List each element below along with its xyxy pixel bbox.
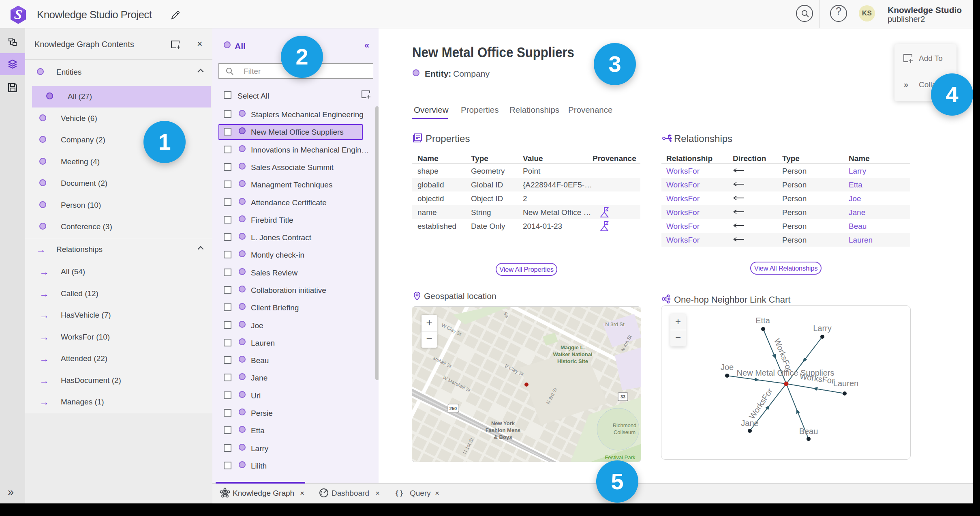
svg-text:Maggie L.: Maggie L. [561,344,585,350]
svg-text:Walker National: Walker National [553,351,592,357]
svg-text:Joe: Joe [721,363,734,372]
svg-text:Lauren: Lauren [833,379,858,388]
svg-text:New York: New York [491,420,515,426]
svg-text:Larry: Larry [813,324,832,333]
svg-text:Coliseum: Coliseum [614,429,636,435]
svg-text:Historic Site: Historic Site [557,358,588,364]
svg-text:Jane: Jane [741,419,758,428]
svg-text:Beau: Beau [799,427,818,436]
svg-text:Etta: Etta [755,316,770,325]
svg-text:Fashion Mens: Fashion Mens [486,427,521,433]
svg-text:WorksFor: WorksFor [772,337,794,373]
svg-text:& Boys: & Boys [494,434,512,440]
svg-text:Festival Park: Festival Park [605,454,636,460]
svg-text:Richmond: Richmond [613,422,637,428]
svg-text:33: 33 [621,394,625,399]
svg-text:N 3rd St: N 3rd St [605,321,625,327]
svg-text:WorksFor: WorksFor [747,387,775,421]
svg-text:250: 250 [449,406,457,411]
